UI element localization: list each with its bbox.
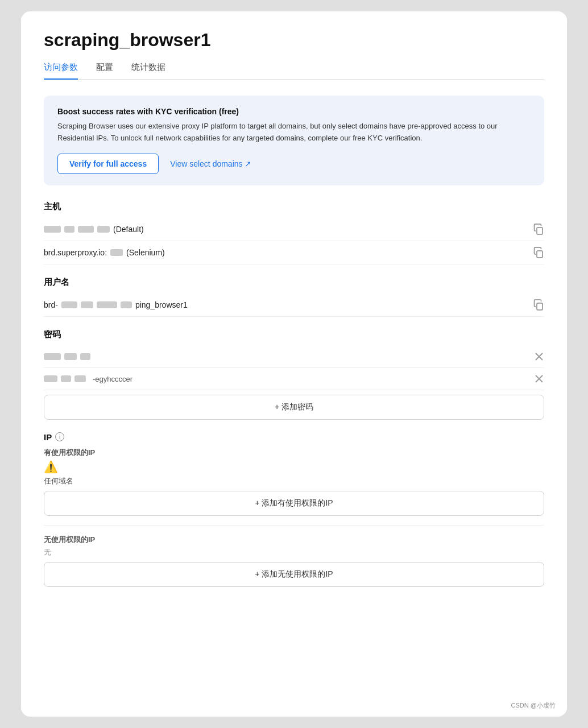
delete-password2-icon[interactable] bbox=[534, 374, 544, 384]
add-password-button[interactable]: + 添加密码 bbox=[44, 395, 544, 420]
host-section: 主机 (Default) brd.superproxy.io: (Seleniu… bbox=[44, 201, 544, 264]
delete-password1-icon[interactable] bbox=[534, 351, 544, 362]
blur-p6 bbox=[74, 375, 86, 382]
copy-host1-icon[interactable] bbox=[533, 224, 544, 235]
username-section: 用户名 brd- ping_browser1 bbox=[44, 277, 544, 317]
host-value-2: brd.superproxy.io: (Selenium) bbox=[44, 248, 165, 257]
copy-username-icon[interactable] bbox=[533, 299, 544, 311]
password-label: 密码 bbox=[44, 329, 544, 340]
kyc-banner-title: Boost success rates with KYC verificatio… bbox=[57, 107, 531, 116]
blur-4 bbox=[97, 226, 110, 233]
kyc-actions: Verify for full access View select domai… bbox=[57, 154, 531, 174]
ip-domain: 任何域名 bbox=[44, 476, 544, 486]
svg-rect-0 bbox=[537, 228, 543, 234]
svg-rect-1 bbox=[537, 251, 543, 258]
authorized-ip-block: 有使用权限的IP ⚠️ 任何域名 + 添加有使用权限的IP bbox=[44, 448, 544, 516]
ip-label: IP bbox=[44, 432, 52, 442]
tab-access[interactable]: 访问参数 bbox=[44, 62, 78, 80]
ip-divider bbox=[44, 525, 544, 526]
blur-6 bbox=[61, 301, 77, 308]
password-section: 密码 -egyhccccer bbox=[44, 329, 544, 420]
warning-icon: ⚠️ bbox=[44, 460, 544, 474]
view-domains-link[interactable]: View select domains ↗ bbox=[170, 159, 251, 168]
unauthorized-ip-block: 无使用权限的IP 无 + 添加无使用权限的IP bbox=[44, 535, 544, 587]
ip-none-text: 无 bbox=[44, 547, 544, 557]
tab-bar: 访问参数 配置 统计数据 bbox=[44, 62, 544, 80]
copy-host2-icon[interactable] bbox=[533, 247, 544, 258]
username-prefix: brd- bbox=[44, 300, 58, 309]
svg-rect-2 bbox=[537, 303, 543, 310]
blur-7 bbox=[81, 301, 93, 308]
tab-stats[interactable]: 统计数据 bbox=[131, 62, 165, 80]
ip-label-row: IP i bbox=[44, 432, 544, 442]
add-authorized-ip-button[interactable]: + 添加有使用权限的IP bbox=[44, 491, 544, 516]
host1-suffix: (Default) bbox=[113, 225, 144, 234]
username-row: brd- ping_browser1 bbox=[44, 293, 544, 317]
host-row-2: brd.superproxy.io: (Selenium) bbox=[44, 241, 544, 264]
password-row-1 bbox=[44, 346, 544, 368]
password-value-1 bbox=[44, 353, 90, 360]
blur-p1 bbox=[44, 353, 61, 360]
ip-section: IP i 有使用权限的IP ⚠️ 任何域名 + 添加有使用权限的IP 无使用权限… bbox=[44, 432, 544, 587]
blur-p5 bbox=[61, 375, 71, 382]
username-suffix: ping_browser1 bbox=[135, 300, 188, 309]
password-value-2: -egyhccccer bbox=[44, 374, 132, 383]
blur-9 bbox=[121, 301, 132, 308]
add-unauthorized-ip-button[interactable]: + 添加无使用权限的IP bbox=[44, 562, 544, 587]
blur-5 bbox=[110, 249, 123, 256]
blur-2 bbox=[64, 226, 74, 233]
host-label: 主机 bbox=[44, 201, 544, 212]
blur-3 bbox=[78, 226, 94, 233]
password-hint: -egyhccccer bbox=[93, 375, 132, 383]
username-value: brd- ping_browser1 bbox=[44, 300, 188, 309]
unauthorized-ip-label: 无使用权限的IP bbox=[44, 535, 544, 545]
main-card: scraping_browser1 访问参数 配置 统计数据 Boost suc… bbox=[21, 11, 567, 717]
ip-info-icon[interactable]: i bbox=[55, 432, 64, 441]
footer-credit: CSDN @小虔竹 bbox=[511, 701, 556, 710]
blur-1 bbox=[44, 226, 61, 233]
tab-config[interactable]: 配置 bbox=[96, 62, 113, 80]
authorized-ip-label: 有使用权限的IP bbox=[44, 448, 544, 458]
host-row-1: (Default) bbox=[44, 218, 544, 241]
blur-p2 bbox=[64, 353, 77, 360]
blur-p3 bbox=[80, 353, 90, 360]
password-row-2: -egyhccccer bbox=[44, 368, 544, 390]
blur-p4 bbox=[44, 375, 57, 382]
host-value-1: (Default) bbox=[44, 225, 144, 234]
page-title: scraping_browser1 bbox=[44, 30, 544, 51]
username-label: 用户名 bbox=[44, 277, 544, 288]
kyc-banner: Boost success rates with KYC verificatio… bbox=[44, 96, 544, 185]
verify-button[interactable]: Verify for full access bbox=[57, 154, 159, 174]
host2-prefix: brd.superproxy.io: bbox=[44, 248, 107, 257]
blur-8 bbox=[97, 301, 117, 308]
host2-suffix: (Selenium) bbox=[126, 248, 165, 257]
kyc-banner-description: Scraping Browser uses our extensive prox… bbox=[57, 121, 531, 144]
